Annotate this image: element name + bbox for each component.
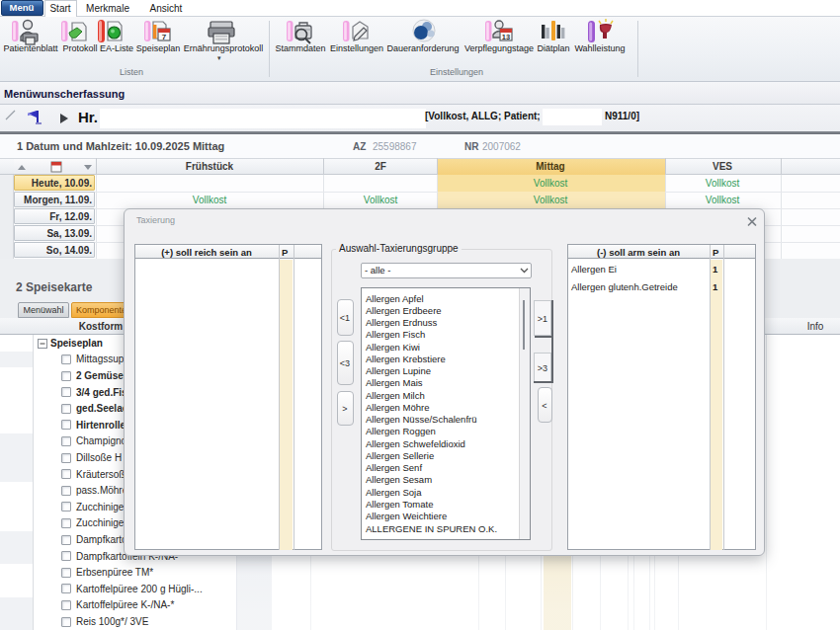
svg-text:13: 13: [502, 33, 510, 41]
svg-text:7: 7: [162, 33, 167, 41]
